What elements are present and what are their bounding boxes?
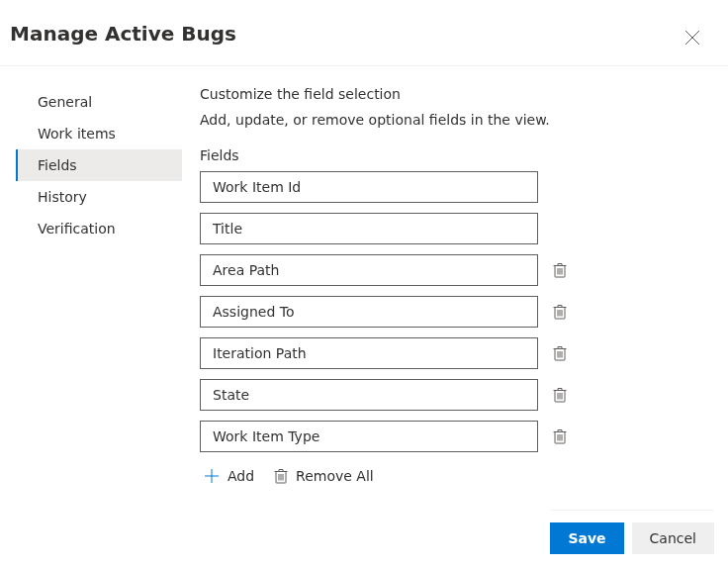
field-input[interactable]: Assigned To bbox=[200, 296, 538, 328]
trash-icon bbox=[553, 387, 567, 403]
delete-field-button[interactable] bbox=[550, 260, 570, 280]
sidebar-item-label: Fields bbox=[38, 157, 77, 173]
field-row: Work Item Id bbox=[200, 171, 704, 203]
field-input[interactable]: Area Path bbox=[200, 254, 538, 286]
field-value: Work Item Type bbox=[213, 428, 319, 444]
field-row: Area Path bbox=[200, 254, 704, 286]
page-title: Manage Active Bugs bbox=[10, 22, 236, 46]
remove-all-button[interactable]: Remove All bbox=[274, 468, 374, 484]
dialog-body: General Work items Fields History Verifi… bbox=[0, 66, 728, 484]
delete-field-button[interactable] bbox=[550, 385, 570, 405]
field-actions: Add Remove All bbox=[200, 462, 704, 484]
add-field-label: Add bbox=[228, 468, 254, 484]
sidebar-item-general[interactable]: General bbox=[16, 86, 182, 118]
remove-all-label: Remove All bbox=[296, 468, 374, 484]
sidebar-item-label: General bbox=[38, 94, 92, 110]
field-value: Assigned To bbox=[213, 304, 295, 320]
close-icon bbox=[684, 30, 700, 46]
fields-list: Work Item Id Title Area Path bbox=[200, 171, 704, 452]
section-subheading: Add, update, or remove optional fields i… bbox=[200, 112, 704, 128]
field-value: Area Path bbox=[213, 262, 279, 278]
close-button[interactable] bbox=[681, 26, 704, 49]
sidebar-item-history[interactable]: History bbox=[16, 181, 182, 213]
add-field-button[interactable]: Add bbox=[204, 468, 254, 484]
field-input[interactable]: State bbox=[200, 379, 538, 411]
sidebar-item-label: History bbox=[38, 189, 87, 205]
dialog-header: Manage Active Bugs bbox=[0, 0, 728, 66]
cancel-button[interactable]: Cancel bbox=[632, 522, 714, 554]
delete-field-button[interactable] bbox=[550, 302, 570, 322]
field-value: Iteration Path bbox=[213, 345, 307, 361]
field-value: Work Item Id bbox=[213, 179, 301, 195]
trash-icon bbox=[553, 345, 567, 361]
field-input[interactable]: Work Item Type bbox=[200, 421, 538, 452]
sidebar-item-label: Verification bbox=[38, 221, 116, 237]
save-button[interactable]: Save bbox=[550, 522, 623, 554]
plus-icon bbox=[204, 468, 220, 484]
main-panel: Customize the field selection Add, updat… bbox=[182, 78, 728, 484]
field-row: Work Item Type bbox=[200, 421, 704, 452]
field-row: Assigned To bbox=[200, 296, 704, 328]
field-row: Title bbox=[200, 213, 704, 244]
sidebar-item-work-items[interactable]: Work items bbox=[16, 118, 182, 149]
section-heading: Customize the field selection bbox=[200, 86, 704, 102]
field-row: State bbox=[200, 379, 704, 411]
dialog: Manage Active Bugs General Work items Fi… bbox=[0, 0, 728, 568]
delete-field-button[interactable] bbox=[550, 343, 570, 363]
trash-icon bbox=[553, 262, 567, 278]
trash-icon bbox=[274, 468, 288, 484]
field-value: Title bbox=[213, 221, 242, 237]
trash-icon bbox=[553, 428, 567, 444]
field-row: Iteration Path bbox=[200, 337, 704, 369]
sidebar-item-verification[interactable]: Verification bbox=[16, 213, 182, 244]
sidebar-item-fields[interactable]: Fields bbox=[16, 149, 182, 181]
sidebar: General Work items Fields History Verifi… bbox=[0, 78, 182, 484]
delete-field-button[interactable] bbox=[550, 426, 570, 446]
field-input[interactable]: Title bbox=[200, 213, 538, 244]
sidebar-item-label: Work items bbox=[38, 126, 116, 142]
dialog-footer: Save Cancel bbox=[550, 510, 714, 554]
fields-label: Fields bbox=[200, 147, 704, 163]
field-value: State bbox=[213, 387, 249, 403]
field-input[interactable]: Work Item Id bbox=[200, 171, 538, 203]
field-input[interactable]: Iteration Path bbox=[200, 337, 538, 369]
trash-icon bbox=[553, 304, 567, 320]
